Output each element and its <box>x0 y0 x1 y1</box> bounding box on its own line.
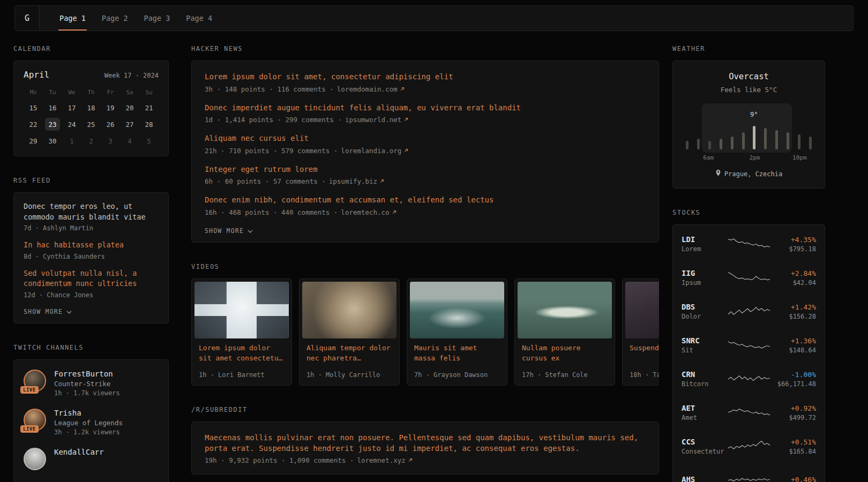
channel-name: ForrestBurton <box>54 370 120 378</box>
hn-card: Lorem ipsum dolor sit amet, consectetur … <box>191 61 659 243</box>
hn-show-more-button[interactable]: SHOW MORE <box>205 227 253 235</box>
app-logo[interactable]: G <box>15 6 40 31</box>
tab-page-2[interactable]: Page 2 <box>94 6 136 31</box>
video-card[interactable]: Lorem ipsum dolor sit amet consectetu… 1… <box>191 278 292 386</box>
stock-row[interactable]: AHS +0.46% <box>682 463 816 482</box>
chevron-down-icon <box>248 227 253 235</box>
hn-item-title[interactable]: Integer eget rutrum lorem <box>205 164 646 175</box>
external-link-icon <box>379 177 385 185</box>
twitch-channel-info: ForrestBurton Counter-Strike 1h · 1.7k v… <box>54 370 120 397</box>
reddit-item-title[interactable]: Maecenas mollis pulvinar erat non posuer… <box>205 433 646 454</box>
stock-sparkline <box>728 270 770 286</box>
calendar-day-next-month: 2 <box>84 134 99 147</box>
hn-source-link[interactable]: ipsumworld.net <box>345 116 409 124</box>
twitch-channel-row[interactable]: LIVE ForrestBurton Counter-Strike 1h · 1… <box>24 370 159 397</box>
reddit-source-link[interactable]: loremnet.xyz <box>357 456 413 464</box>
stock-row[interactable]: SNRCSit +1.36%$148.64 <box>682 328 816 362</box>
show-more-label: SHOW MORE <box>205 227 244 235</box>
calendar-day: 21 <box>141 101 156 114</box>
weather-time-axis: 6am 2pm 10pm <box>684 154 814 162</box>
subreddit-widget: /R/SUBREDDIT Maecenas mollis pulvinar er… <box>191 406 659 475</box>
tab-label: Page 1 <box>59 14 86 22</box>
weekday-label: Tu <box>49 87 56 97</box>
hn-item-meta: 1d · 1,414 points · 299 comments · ipsum… <box>205 116 646 124</box>
stock-change: -1.00% <box>770 371 817 379</box>
tab-page-1[interactable]: Page 1 <box>51 6 94 31</box>
hn-item-meta: 3h · 148 points · 116 comments · loremdo… <box>205 85 646 93</box>
weekday-label: We <box>68 87 75 97</box>
tab-label: Page 3 <box>144 14 170 22</box>
stock-sparkline <box>728 405 770 421</box>
rss-item-title[interactable]: In hac habitasse platea <box>24 240 159 251</box>
stock-price: $42.04 <box>770 279 817 287</box>
calendar-day: 24 <box>64 118 79 131</box>
stock-row[interactable]: LDILorem +4.35%$795.18 <box>682 227 816 261</box>
video-title: Suspendis diam <box>625 338 659 353</box>
calendar-day-selected: 23 <box>45 118 60 131</box>
tab-label: Page 4 <box>186 14 212 22</box>
stock-row[interactable]: DBSDolor +1.42%$156.28 <box>682 295 816 328</box>
rss-item: In hac habitasse platea 8d · Cynthia Sau… <box>24 240 159 260</box>
stock-name: Consectetur <box>682 448 728 455</box>
tab-page-4[interactable]: Page 4 <box>178 6 220 31</box>
tab-page-3[interactable]: Page 3 <box>136 6 178 31</box>
stock-name: Dolor <box>682 313 728 320</box>
hn-source-link[interactable]: ipsumify.biz <box>329 177 385 185</box>
video-title: Lorem ipsum dolor sit amet consectetu… <box>194 338 289 364</box>
twitch-channel-info: KendallCarr <box>54 448 104 458</box>
video-title: Aliquam tempor dolor nec pharetra… <box>302 338 396 364</box>
video-thumbnail <box>302 282 396 338</box>
avatar: LIVE <box>24 409 46 431</box>
hn-item-title[interactable]: Donec imperdiet augue tincidunt felis al… <box>205 103 646 114</box>
stock-change: +1.36% <box>770 337 817 345</box>
channel-meta: 1h · 1.7k viewers <box>54 389 120 397</box>
hn-item-title[interactable]: Aliquam nec cursus elit <box>205 133 646 144</box>
calendar-day-next-month: 1 <box>64 134 79 147</box>
calendar-grid: Mo Tu We Th Fr Sa Su 15 16 17 18 19 20 2… <box>24 87 159 147</box>
hn-source-link[interactable]: loremtech.co <box>341 208 396 216</box>
stock-sparkline <box>728 337 770 353</box>
stock-change: +4.35% <box>770 236 817 244</box>
hn-item: Aliquam nec cursus elit 21h · 710 points… <box>205 133 646 155</box>
twitch-channel-row[interactable]: KendallCarr <box>24 448 159 470</box>
weather-location: Prague, Czechia <box>684 170 814 178</box>
reddit-meta-text: 19h · 9,932 points · 1,090 comments · <box>205 456 354 464</box>
calendar-day: 28 <box>141 118 156 131</box>
peak-temp-label: 9° <box>750 111 758 118</box>
channel-category: League of Legends <box>54 419 123 427</box>
video-card[interactable]: Mauris sit amet massa felis 7h · Grayson… <box>407 278 507 386</box>
stock-symbol: CRN <box>682 370 728 379</box>
video-card[interactable]: Suspendis diam 18h · Tara <box>622 278 659 386</box>
twitch-channel-row[interactable]: LIVE Trisha League of Legends 3h · 1.2k … <box>24 409 159 436</box>
hn-item-meta: 21h · 710 points · 579 comments · loreml… <box>205 147 646 155</box>
stock-symbol: DBS <box>682 303 728 311</box>
hn-domain: ipsumworld.net <box>345 116 401 124</box>
rss-show-more-button[interactable]: SHOW MORE <box>24 308 72 315</box>
stock-row[interactable]: CRNBitcorn -1.00%$66,171.48 <box>682 362 816 396</box>
video-meta: 18h · Tara <box>625 368 659 385</box>
weather-condition: Overcast <box>684 72 814 81</box>
avatar: LIVE <box>24 370 46 392</box>
channel-name: Trisha <box>54 409 123 417</box>
stock-row[interactable]: IIGIpsum +2.84%$42.04 <box>682 261 816 295</box>
hn-item-title[interactable]: Lorem ipsum dolor sit amet, consectetur … <box>205 72 646 82</box>
calendar-week-label: Week 17 · 2024 <box>104 72 159 79</box>
hn-source-link[interactable]: loremdomain.com <box>337 85 405 93</box>
show-more-label: SHOW MORE <box>24 308 63 315</box>
stock-sparkline <box>728 236 770 252</box>
hn-domain: loremlandia.org <box>341 147 401 155</box>
video-card[interactable]: Aliquam tempor dolor nec pharetra… 1h · … <box>299 278 400 386</box>
rss-item-title[interactable]: Sed volutpat nulla nisl, a condimentum n… <box>24 268 159 289</box>
hn-source-link[interactable]: loremlandia.org <box>341 147 409 155</box>
rss-item-title[interactable]: Donec tempor eros leo, ut commodo mauris… <box>24 201 159 222</box>
hn-item-title[interactable]: Donec enim nibh, condimentum et accumsan… <box>205 195 646 206</box>
subreddit-section-title: /R/SUBREDDIT <box>191 406 659 413</box>
stock-symbol: LDI <box>682 235 728 244</box>
weekday-label: Fr <box>107 87 114 97</box>
rss-item: Sed volutpat nulla nisl, a condimentum n… <box>24 268 159 299</box>
calendar-day: 25 <box>84 118 99 131</box>
stock-row[interactable]: AETAmet +0.92%$499.72 <box>682 396 816 430</box>
hn-meta-text: 1d · 1,414 points · 299 comments · <box>205 116 342 124</box>
stock-row[interactable]: CCSConsectetur +0.51%$165.84 <box>682 430 816 463</box>
video-card[interactable]: Nullam posuere cursus ex 17h · Stefan Co… <box>514 278 615 386</box>
